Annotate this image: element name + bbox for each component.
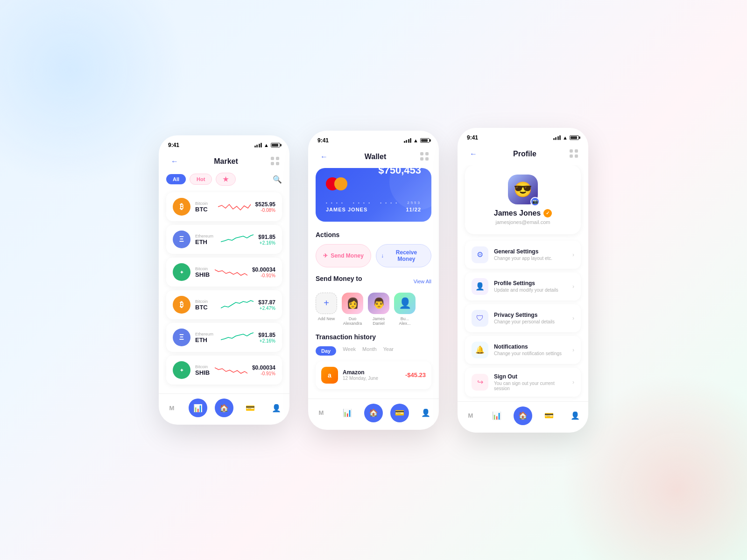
coin-card-btc1[interactable]: ₿ Bitcoin BTC $525.95 -0.08% <box>166 192 282 221</box>
coin-type: Bitcoin <box>195 364 210 369</box>
card-dots: • • • • • • • • • • • • 2553 <box>326 201 421 205</box>
back-button-3[interactable]: ← <box>467 147 480 161</box>
tx-history: Transaction history Day Week Month Year … <box>316 333 431 389</box>
nav-chart-3[interactable]: 📊 <box>487 406 506 425</box>
nav-wallet-2[interactable]: 💳 <box>390 404 409 422</box>
nav-profile-3[interactable]: 👤 <box>566 406 585 425</box>
back-button-1[interactable]: ← <box>168 155 181 168</box>
coin-symbol: SHIB <box>195 271 210 278</box>
contact-alexandra[interactable]: 👩 DuoAlexandra <box>342 293 363 326</box>
dot <box>271 157 274 160</box>
coin-card-eth1[interactable]: Ξ Ethereum ETH $91.85 +2.16% <box>166 225 282 254</box>
dot <box>276 162 279 165</box>
grid-dots-3[interactable] <box>570 149 579 159</box>
send-label: Send Money <box>331 252 364 259</box>
nav-home-2[interactable]: 🏠 <box>364 404 383 422</box>
tx-item-amazon[interactable]: a Amazon 12 Monday, June -$45.23 <box>316 361 431 389</box>
coin-card-shib1[interactable]: ✦ Bitcoin SHIB $0.00034 -0.91% <box>166 258 282 287</box>
tx-info: Amazon 12 Monday, June <box>343 369 401 381</box>
contact-bu[interactable]: 👤 Bu...Alex... <box>394 293 416 326</box>
wallet-title: Wallet <box>365 153 387 161</box>
contact-add-new[interactable]: + Add New <box>316 293 337 326</box>
nav-chart[interactable]: 📊 <box>189 399 207 417</box>
contact-james[interactable]: 👨 JamesDaniel <box>368 293 389 326</box>
tab-year[interactable]: Year <box>383 346 394 356</box>
bell-icon: 🔔 <box>472 342 488 358</box>
nav-home[interactable]: 🏠 <box>215 399 233 417</box>
filter-row: All Hot ★ 🔍 <box>166 173 282 186</box>
shib2-icon: ✦ <box>173 361 190 379</box>
tab-month[interactable]: Month <box>362 346 377 356</box>
person-icon: 👤 <box>472 278 488 295</box>
coin-card-eth2[interactable]: Ξ Ethereum ETH $91.85 +2.16% <box>166 323 282 352</box>
search-icon[interactable]: 🔍 <box>273 175 282 184</box>
price-info: $0.00034 -0.91% <box>252 364 275 376</box>
dot <box>276 157 279 160</box>
notifications-subtitle: Change your notification settings <box>494 351 567 356</box>
alexandra-name: DuoAlexandra <box>343 316 362 326</box>
price-info: $91.85 +2.16% <box>258 234 275 245</box>
grid-dots-2[interactable] <box>420 152 430 161</box>
coin-info: Bitcoin SHIB <box>195 266 210 278</box>
dot <box>575 154 578 158</box>
send-icon: ✈ <box>323 252 328 259</box>
coin-card-btc2[interactable]: ₿ Bitcoin BTC $37.87 +2.47% <box>166 290 282 319</box>
nav-market[interactable]: M <box>162 399 181 417</box>
signal-icon-2 <box>404 138 412 143</box>
market-phone: 9:41 ▲ ← Market All Hot ★ 🔍 <box>159 135 289 425</box>
dot <box>425 152 429 155</box>
coin-type: Bitcoin <box>195 266 210 271</box>
sparkline-shib1 <box>215 265 247 279</box>
send-money-button[interactable]: ✈ Send Money <box>316 244 371 267</box>
tab-day[interactable]: Day <box>316 346 336 356</box>
shib1-change: -0.91% <box>252 273 275 278</box>
avatar-wrap: 😎 📷 <box>508 175 538 204</box>
coin-type: Bitcoin <box>195 201 213 206</box>
filter-hot[interactable]: Hot <box>190 174 212 185</box>
receive-money-button[interactable]: ↓ Receive Money <box>376 244 431 267</box>
filter-all[interactable]: All <box>166 174 186 184</box>
grid-dots-1[interactable] <box>271 157 280 166</box>
chevron-icon: › <box>572 315 574 322</box>
settings-general[interactable]: ⚙ General Settings Change your app layou… <box>465 241 581 269</box>
tx-title: Transaction history <box>316 333 431 341</box>
nav-chart-2[interactable]: 📊 <box>338 404 357 422</box>
market-content: All Hot ★ 🔍 ₿ Bitcoin BTC $525.95 -0.08% <box>159 173 289 393</box>
bu-avatar: 👤 <box>394 293 416 314</box>
nav-home-3[interactable]: 🏠 <box>514 406 532 425</box>
camera-icon[interactable]: 📷 <box>530 197 540 206</box>
profile-card: 😎 📷 James Jones ✓ jamesjones@email.com <box>465 165 581 234</box>
settings-privacy[interactable]: 🛡 Privacy Settings Change your personal … <box>465 304 581 332</box>
mastercard-logo <box>326 177 347 190</box>
nav-profile-2[interactable]: 👤 <box>416 404 435 422</box>
settings-notifications[interactable]: 🔔 Notifications Change your notification… <box>465 336 581 364</box>
tab-week[interactable]: Week <box>343 346 356 356</box>
settings-text-notifications: Notifications Change your notification s… <box>494 343 567 356</box>
dot <box>570 149 573 153</box>
eth2-change: +2.16% <box>258 338 275 343</box>
dots-group-1: • • • • <box>326 201 344 205</box>
nav-wallet[interactable]: 💳 <box>241 399 260 417</box>
nav-profile[interactable]: 👤 <box>267 399 286 417</box>
nav-wallet-3[interactable]: 💳 <box>540 406 558 425</box>
view-all-button[interactable]: View All <box>414 279 431 284</box>
time-3: 9:41 <box>467 134 478 141</box>
general-subtitle: Change your app layout etc. <box>494 256 567 261</box>
filter-fav[interactable]: ★ <box>216 173 236 186</box>
avatar-face: 👨 <box>368 293 389 314</box>
signal-icon-3 <box>553 135 561 140</box>
coin-info: Ethereum ETH <box>195 234 216 245</box>
settings-signout[interactable]: ↪ Sign Out You can sign out your current… <box>465 368 581 397</box>
coin-list: ₿ Bitcoin BTC $525.95 -0.08% Ξ Ethereum <box>166 192 282 385</box>
nav-market-3[interactable]: M <box>461 406 480 425</box>
settings-profile[interactable]: 👤 Profile Settings Update and modify you… <box>465 273 581 301</box>
btc1-change: -0.08% <box>255 208 275 213</box>
coin-card-shib2[interactable]: ✦ Bitcoin SHIB $0.00034 -0.91% <box>166 356 282 385</box>
coin-info: Ethereum ETH <box>195 332 216 343</box>
privacy-title: Privacy Settings <box>494 312 567 318</box>
back-button-2[interactable]: ← <box>317 150 331 163</box>
add-contact-avatar: + <box>316 293 337 314</box>
nav-market-2[interactable]: M <box>312 404 331 422</box>
btc2-price: $37.87 <box>258 299 275 306</box>
coin-symbol: BTC <box>195 304 216 311</box>
